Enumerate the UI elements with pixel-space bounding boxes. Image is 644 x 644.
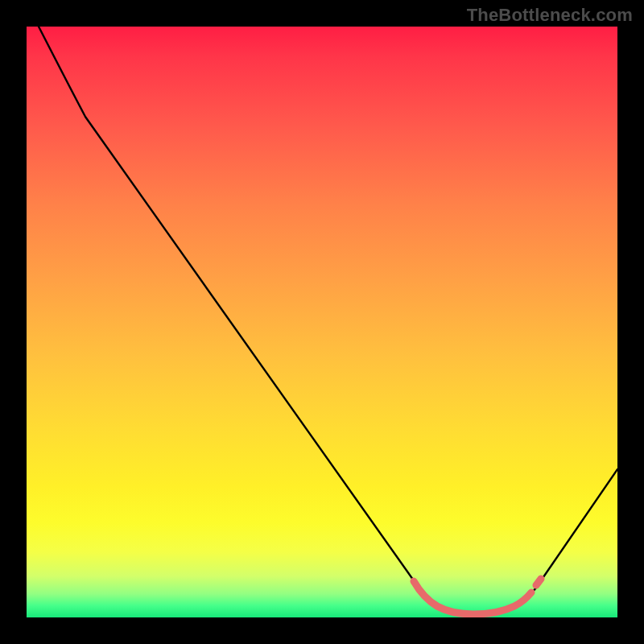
chart-frame: TheBottleneck.com (0, 0, 644, 644)
curve-layer (27, 27, 617, 617)
plot-area (27, 27, 617, 617)
bottleneck-curve (39, 27, 617, 614)
optimal-range-marker (414, 579, 541, 614)
watermark-text: TheBottleneck.com (467, 5, 633, 26)
